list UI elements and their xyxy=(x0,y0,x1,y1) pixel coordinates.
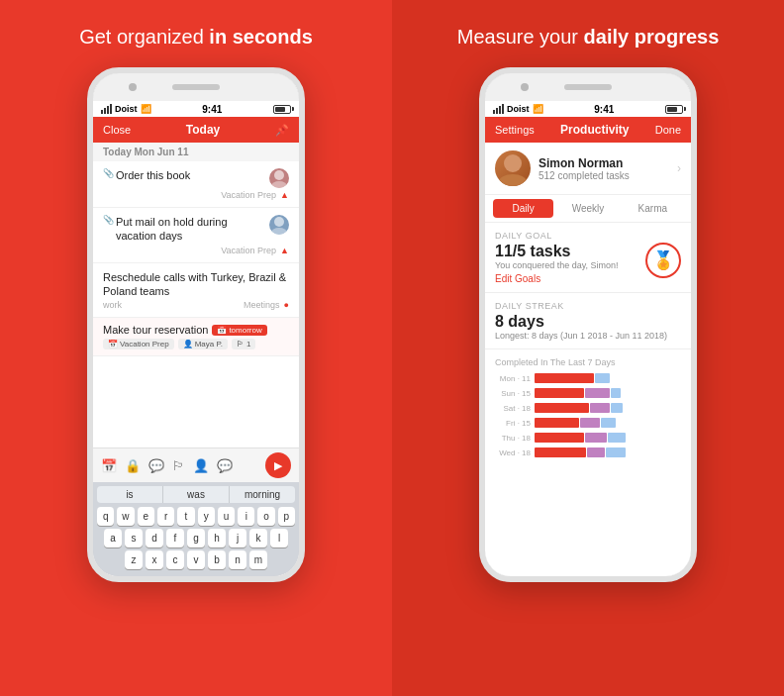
chart-label-2: Sat · 18 xyxy=(495,404,531,413)
key-z[interactable]: z xyxy=(125,550,143,569)
key-n[interactable]: n xyxy=(229,550,246,569)
nav-bar-left: Close Today 📌 xyxy=(93,117,299,143)
key-o[interactable]: o xyxy=(257,507,274,526)
toolbar-icons: 📅 🔒 💬 🏳 👤 💬 xyxy=(101,458,233,473)
user-tasks: 512 completed tasks xyxy=(539,170,669,181)
key-d[interactable]: d xyxy=(146,529,163,547)
toolbar-chat-icon[interactable]: 💬 xyxy=(217,458,233,473)
suggestion-2[interactable]: was xyxy=(163,486,230,503)
title-normal: Get organized xyxy=(79,26,209,48)
key-e[interactable]: e xyxy=(138,507,154,526)
chart-row-0: Mon · 11 xyxy=(495,373,681,383)
key-t[interactable]: t xyxy=(177,507,194,526)
toolbar-person-icon[interactable]: 👤 xyxy=(193,458,209,473)
tag-tomorrow: 📅 tomorrow xyxy=(212,325,266,336)
streak-sub: Longest: 8 days (Jun 1 2018 - Jun 11 201… xyxy=(495,331,681,341)
battery-icon-right xyxy=(665,105,683,114)
today-header: Today Mon Jun 11 xyxy=(93,143,299,161)
status-right-right xyxy=(665,105,683,114)
phone-notch xyxy=(93,73,299,101)
chart-label-1: Sun · 15 xyxy=(495,389,531,398)
bar-segment-4-0 xyxy=(535,433,584,443)
nav-close[interactable]: Close xyxy=(103,124,131,136)
chart-bar-container-0 xyxy=(535,373,681,383)
left-phone-screen: Doist 📶 9:41 Close Today 📌 Today Mon Jun… xyxy=(93,101,299,576)
left-panel: Get organized in seconds Doist 📶 xyxy=(0,0,392,696)
status-bar-left: Doist 📶 9:41 xyxy=(93,101,299,117)
bar-segment-4-2 xyxy=(608,433,626,443)
key-k[interactable]: k xyxy=(249,529,267,547)
task-highlight[interactable]: Make tour reservation 📅 tomorrow 📅 Vacat… xyxy=(93,318,299,356)
edit-goals-link[interactable]: Edit Goals xyxy=(495,273,619,284)
key-g[interactable]: g xyxy=(187,529,205,547)
key-l[interactable]: l xyxy=(270,529,288,547)
tag-count: 🏳 1 xyxy=(232,339,255,349)
left-phone: Doist 📶 9:41 Close Today 📌 Today Mon Jun… xyxy=(87,67,305,582)
key-j[interactable]: j xyxy=(229,529,246,547)
send-button[interactable]: ▶ xyxy=(265,452,291,478)
key-c[interactable]: c xyxy=(166,550,184,569)
toolbar-flag-icon[interactable]: 🏳 xyxy=(172,458,185,473)
key-p[interactable]: p xyxy=(278,507,295,526)
bar-segment-1-2 xyxy=(611,388,621,398)
chart-row-3: Fri · 15 xyxy=(495,418,681,428)
tab-karma[interactable]: Karma xyxy=(623,199,683,218)
right-title-normal: Measure your xyxy=(457,26,584,48)
chart-row-4: Thu · 18 xyxy=(495,433,681,443)
nav-done[interactable]: Done xyxy=(655,124,681,136)
status-bar-right: Doist 📶 9:41 xyxy=(485,101,691,117)
key-u[interactable]: u xyxy=(218,507,235,526)
right-phone-screen: Doist 📶 9:41 Settings Productivity Done xyxy=(485,101,691,576)
bar-segment-4-1 xyxy=(585,433,607,443)
key-q[interactable]: q xyxy=(97,507,114,526)
toolbar-lock-icon[interactable]: 🔒 xyxy=(125,458,141,473)
right-phone: Doist 📶 9:41 Settings Productivity Done xyxy=(479,67,697,582)
suggestion-3[interactable]: morning xyxy=(230,486,295,503)
key-r[interactable]: r xyxy=(157,507,174,526)
key-f[interactable]: f xyxy=(166,529,184,547)
tab-daily[interactable]: Daily xyxy=(493,199,553,218)
prod-tabs: Daily Weekly Karma xyxy=(485,195,691,223)
key-m[interactable]: m xyxy=(249,550,267,569)
tab-weekly[interactable]: Weekly xyxy=(557,199,618,218)
key-v[interactable]: v xyxy=(187,550,205,569)
task-item-1[interactable]: 📎 Order this book Vacation Prep ▲ xyxy=(93,161,299,208)
phone-speaker-right xyxy=(564,84,612,90)
task-text-3: Reschedule calls with Turkey, Brazil & P… xyxy=(103,270,289,299)
bar-segment-3-2 xyxy=(601,418,616,428)
keyboard-row-2: a s d f g h j k l xyxy=(97,529,295,547)
key-x[interactable]: x xyxy=(146,550,163,569)
key-h[interactable]: h xyxy=(208,529,226,547)
key-s[interactable]: s xyxy=(125,529,143,547)
task-pin-3: ● xyxy=(284,300,289,310)
chart-label-5: Wed · 18 xyxy=(495,448,531,457)
toolbar-comment-icon[interactable]: 💬 xyxy=(148,458,164,473)
toolbar-calendar-icon[interactable]: 📅 xyxy=(101,458,117,473)
chart-row-1: Sun · 15 xyxy=(495,388,681,398)
key-b[interactable]: b xyxy=(208,550,226,569)
task-toolbar: 📅 🔒 💬 🏳 👤 💬 ▶ xyxy=(93,447,299,482)
chart-bars: Mon · 11Sun · 15Sat · 18Fri · 15Thu · 18… xyxy=(495,373,681,457)
chart-label-3: Fri · 15 xyxy=(495,419,531,428)
key-y[interactable]: y xyxy=(198,507,215,526)
key-w[interactable]: w xyxy=(117,507,134,526)
user-row[interactable]: Simon Norman 512 completed tasks › xyxy=(485,143,691,195)
task-item-3[interactable]: Reschedule calls with Turkey, Brazil & P… xyxy=(93,263,299,319)
chart-label-0: Mon · 11 xyxy=(495,374,531,383)
daily-goal-label: Daily Goal xyxy=(495,231,681,241)
flag-icon-tag: 🏳 xyxy=(237,340,245,348)
keyboard-row-1: q w e r t y u i o p xyxy=(97,507,295,526)
svg-point-1 xyxy=(271,181,287,188)
nav-settings[interactable]: Settings xyxy=(495,124,535,136)
key-i[interactable]: i xyxy=(238,507,254,526)
chart-bar-container-3 xyxy=(535,418,681,428)
battery-fill-left xyxy=(275,107,286,112)
carrier-left: Doist xyxy=(115,104,138,114)
task-meta-2: Vacation Prep xyxy=(221,246,276,255)
key-a[interactable]: a xyxy=(104,529,122,547)
task-item-2[interactable]: 📎 Put mail on hold during vacation days … xyxy=(93,208,299,263)
chart-row-2: Sat · 18 xyxy=(495,403,681,413)
bar-segment-3-0 xyxy=(535,418,579,428)
task-meta-1: Vacation Prep xyxy=(221,190,276,200)
suggestion-1[interactable]: is xyxy=(97,486,163,503)
